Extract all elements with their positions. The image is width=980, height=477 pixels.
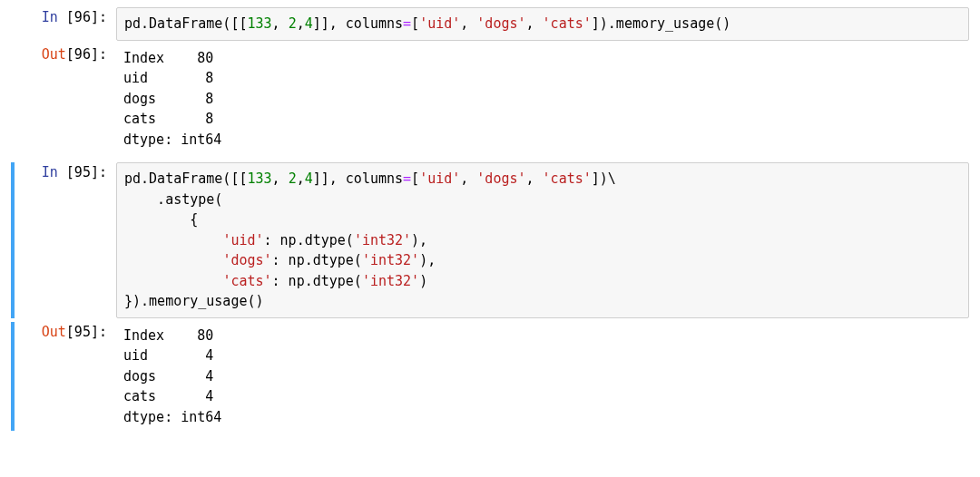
code-text: [ (411, 15, 419, 32)
code-text: , (272, 15, 289, 32)
code-string: 'cats' (543, 170, 592, 187)
code-text: ]], columns (313, 15, 403, 32)
code-op: = (403, 15, 411, 32)
code-text: pd.DataFrame([[ (124, 15, 247, 32)
code-text: ])\ (592, 170, 616, 187)
code-text: , (460, 15, 476, 32)
code-string: 'cats' (222, 273, 271, 289)
code-number: 2 (289, 15, 297, 32)
code-text: .astype( (124, 191, 222, 208)
code-number: 133 (247, 15, 271, 32)
code-text: ), (411, 232, 427, 248)
output-text: Index 80 uid 8 dogs 8 cats 8 dtype: int6… (116, 44, 969, 154)
code-text: { (124, 211, 198, 228)
code-input[interactable]: pd.DataFrame([[133, 2,4]], columns=['uid… (116, 7, 969, 41)
output-text: Index 80 uid 4 dogs 4 cats 4 dtype: int6… (116, 322, 969, 432)
code-number: 4 (305, 15, 313, 32)
output-prompt: Out[95]: (16, 322, 116, 343)
code-string: 'dogs' (476, 15, 525, 32)
code-string: 'uid' (419, 170, 460, 187)
out-number: [95]: (66, 324, 107, 340)
code-text: , (297, 170, 305, 187)
code-text: , (526, 170, 543, 187)
code-text: , (460, 170, 476, 187)
code-text: , (272, 170, 289, 187)
code-text (124, 232, 222, 248)
code-string: 'cats' (543, 15, 592, 32)
output-cell-96: Out[96]: Index 80 uid 8 dogs 8 cats 8 dt… (11, 44, 969, 154)
code-text: : np.dtype( (272, 273, 362, 289)
in-label: In (42, 164, 66, 180)
code-text: ]], columns (313, 170, 403, 187)
input-cell-95: In [95]: pd.DataFrame([[133, 2,4]], colu… (11, 162, 969, 318)
code-string: 'uid' (222, 232, 263, 248)
in-label: In (42, 9, 66, 25)
code-text: ]).memory_usage() (592, 15, 731, 32)
out-number: [96]: (66, 46, 107, 63)
code-string: 'dogs' (476, 170, 525, 187)
input-prompt: In [96]: (16, 7, 116, 28)
code-string: 'int32' (354, 232, 411, 248)
code-text: ), (419, 252, 436, 268)
code-text: : np.dtype( (264, 232, 354, 248)
code-text (124, 273, 222, 289)
code-text: : np.dtype( (272, 252, 362, 268)
code-text: [ (411, 170, 419, 187)
code-string: 'uid' (419, 15, 460, 32)
code-string: 'dogs' (222, 252, 271, 268)
in-number: [96]: (66, 9, 107, 25)
code-text: pd.DataFrame([[ (124, 170, 247, 187)
code-text: , (297, 15, 305, 32)
code-input[interactable]: pd.DataFrame([[133, 2,4]], columns=['uid… (116, 162, 969, 318)
input-prompt: In [95]: (16, 162, 116, 183)
out-label: Out (42, 46, 66, 63)
code-number: 2 (289, 170, 297, 187)
output-cell-95: Out[95]: Index 80 uid 4 dogs 4 cats 4 dt… (11, 322, 969, 432)
code-op: = (403, 170, 411, 187)
input-cell-96: In [96]: pd.DataFrame([[133, 2,4]], colu… (11, 7, 969, 41)
code-number: 4 (305, 170, 313, 187)
code-number: 133 (247, 170, 271, 187)
in-number: [95]: (66, 164, 107, 180)
code-string: 'int32' (362, 252, 419, 268)
code-text (124, 252, 222, 268)
code-text: }).memory_usage() (124, 293, 264, 309)
code-string: 'int32' (362, 273, 419, 289)
code-text: ) (419, 273, 427, 289)
output-prompt: Out[96]: (16, 44, 116, 65)
out-label: Out (42, 324, 66, 340)
code-text: , (526, 15, 543, 32)
